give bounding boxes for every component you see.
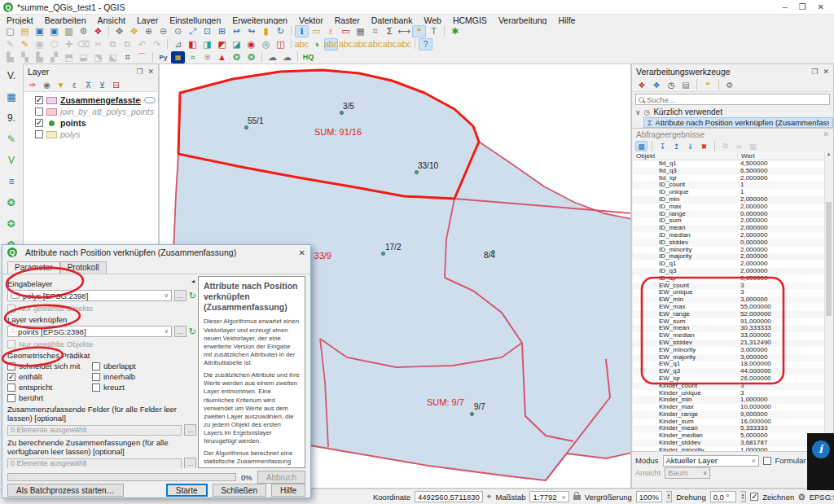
dialog-close-icon[interactable]: ✕ bbox=[299, 248, 305, 257]
column-header-wert[interactable]: Wert bbox=[737, 151, 824, 160]
proc-python-icon[interactable]: ❖ bbox=[650, 79, 663, 90]
new-shapefile-icon[interactable]: ✎ bbox=[3, 132, 20, 146]
vector-overlay-icon[interactable]: ◧ bbox=[186, 38, 200, 50]
diagram-text-icon[interactable]: ▞ bbox=[47, 51, 61, 64]
style-manager-icon[interactable]: ❖ bbox=[91, 25, 105, 37]
layer-visibility-checkbox[interactable] bbox=[35, 107, 43, 116]
load-result-icon[interactable]: ⇓ bbox=[684, 141, 696, 151]
remove-result-icon[interactable]: ✖ bbox=[698, 141, 710, 151]
close-button[interactable]: ✕ bbox=[818, 2, 824, 11]
predicate-option[interactable]: entspricht bbox=[7, 383, 89, 392]
manage-map-themes-icon[interactable]: ◉ bbox=[41, 79, 53, 90]
tab-protokoll[interactable]: Protokoll bbox=[60, 261, 107, 274]
close-panel-icon[interactable]: ✕ bbox=[147, 68, 154, 76]
table-row[interactable]: ID_stddev 0,000000 bbox=[633, 239, 824, 247]
result-grid-icon[interactable]: ▦ bbox=[635, 141, 647, 151]
vector-clip-icon[interactable]: ◩ bbox=[215, 38, 229, 50]
predicate-option[interactable]: schneidet sich mit bbox=[7, 362, 89, 370]
table-row[interactable]: EW_range 52,000000 bbox=[633, 311, 824, 318]
scale-select[interactable]: 1:7792 ∨ bbox=[529, 491, 568, 502]
proc-comment-icon[interactable]: ❝ bbox=[701, 79, 714, 90]
lock-scale-icon[interactable] bbox=[573, 495, 581, 500]
menu-item[interactable]: HCMGIS bbox=[453, 15, 487, 25]
browse-join-button[interactable]: … bbox=[174, 326, 187, 337]
copy-result-icon[interactable]: ⧉ bbox=[719, 141, 731, 151]
menu-item[interactable]: Erweiterungen bbox=[232, 15, 288, 25]
menu-item[interactable]: Projekt bbox=[7, 15, 33, 25]
predicate-option[interactable]: enthält bbox=[7, 372, 89, 381]
table-row[interactable]: Kinder_median 5,000000 bbox=[633, 432, 824, 440]
predicate-checkbox[interactable] bbox=[92, 373, 100, 381]
label-color-icon[interactable]: ◑ bbox=[309, 38, 323, 50]
rotation-input[interactable]: 0,0 ° bbox=[710, 491, 736, 502]
table-row[interactable]: EW_iqr 26,000000 bbox=[633, 375, 824, 383]
close-results-icon[interactable]: ✕ bbox=[823, 130, 829, 138]
zoom-next-icon[interactable]: ↬ bbox=[244, 25, 258, 37]
label-change-icon[interactable]: abc bbox=[397, 38, 411, 50]
label-show-hide-icon[interactable]: abc bbox=[353, 38, 367, 50]
vector-union-icon[interactable]: ◨ bbox=[200, 38, 214, 50]
zoom-last-icon[interactable]: ↫ bbox=[230, 25, 244, 37]
label-layer-icon[interactable]: abc bbox=[295, 38, 309, 50]
select-features-icon[interactable]: ▭ bbox=[309, 25, 323, 37]
table-row[interactable]: ID_q1 2,000000 bbox=[633, 261, 824, 268]
measure-icon[interactable]: ⟷ bbox=[397, 25, 411, 37]
table-row[interactable]: Kinder_min 1,000000 bbox=[633, 397, 824, 404]
select-by-expression-icon[interactable]: ε bbox=[324, 25, 338, 37]
cut-features-icon[interactable]: ✂ bbox=[91, 38, 105, 50]
field-calculator-icon[interactable]: ⌗ bbox=[368, 25, 382, 37]
table-row[interactable]: ID_max 2,000000 bbox=[633, 204, 824, 211]
new-virtual-layer-icon[interactable]: V bbox=[3, 153, 20, 167]
table-row[interactable]: Kinder_mean 5,333333 bbox=[633, 425, 824, 432]
float-panel-icon[interactable]: ❐ bbox=[811, 68, 818, 76]
zoom-in-icon[interactable]: ⊕ bbox=[142, 25, 156, 37]
rotation-spinner[interactable]: ▲▼ bbox=[740, 491, 746, 502]
wms-layer-icon[interactable]: ❂ bbox=[3, 195, 20, 209]
browse-summaries-button[interactable]: … bbox=[184, 458, 196, 468]
new-print-layout-icon[interactable]: ▥ bbox=[62, 25, 76, 37]
data-source-manager-icon[interactable]: V. bbox=[3, 68, 20, 82]
predicate-checkbox[interactable] bbox=[7, 362, 15, 370]
menu-item[interactable]: Hilfe bbox=[558, 15, 575, 25]
label-pin-icon[interactable]: abc bbox=[339, 38, 353, 50]
vector-buffer-icon[interactable]: ◉ bbox=[244, 38, 258, 50]
proc-options-icon[interactable]: ⚙ bbox=[723, 79, 736, 90]
formular-checkbox[interactable] bbox=[763, 457, 771, 465]
results-table-header[interactable]: Objekt Wert bbox=[633, 151, 824, 160]
table-row[interactable]: ID_unique 1 bbox=[633, 189, 824, 196]
vector-merge-icon[interactable]: ◫ bbox=[274, 38, 288, 50]
collapse-help-icon[interactable]: ◂ bbox=[191, 278, 195, 285]
new-bookmark-icon[interactable]: ▮ bbox=[259, 25, 273, 37]
layer-item[interactable]: points bbox=[35, 117, 158, 129]
zoom-to-layer-icon[interactable]: ⊞ bbox=[215, 25, 229, 37]
table-row[interactable]: ID_q3 2,000000 bbox=[633, 268, 824, 275]
cloud-upload-icon[interactable]: ☁ bbox=[266, 51, 279, 64]
tab-parameter[interactable]: Parameter bbox=[7, 261, 60, 274]
epsg-status[interactable]: EPSG:5674 bbox=[810, 493, 834, 502]
reload-layer-icon[interactable]: ↻ bbox=[189, 291, 196, 301]
render-checkbox[interactable] bbox=[750, 493, 758, 501]
menu-item[interactable]: Ansicht bbox=[97, 15, 125, 25]
eu-plugin-icon[interactable]: ▦ bbox=[171, 51, 185, 64]
algorithm-item[interactable]: Σ Attribute nach Position verknüpfen (Zu… bbox=[643, 117, 833, 128]
menu-item[interactable]: Bearbeiten bbox=[45, 15, 86, 25]
scroll-up-icon[interactable]: ▲ bbox=[827, 151, 832, 156]
table-row[interactable]: fid_q3 6,500000 bbox=[633, 168, 824, 175]
menu-item[interactable]: Verarbeitung bbox=[498, 15, 547, 25]
table-row[interactable]: EW_mean 30,333333 bbox=[633, 325, 824, 332]
fields-input[interactable]: 0 Elemente ausgewählt bbox=[7, 425, 182, 436]
table-row[interactable]: Kinder_range 9,000000 bbox=[633, 411, 824, 419]
zoom-to-selection-icon[interactable]: ⊡ bbox=[200, 25, 214, 37]
table-row[interactable]: ID_mean 2,000000 bbox=[633, 225, 824, 232]
cloud-download-icon[interactable]: ☁ bbox=[280, 51, 294, 64]
filter-by-expression-icon[interactable]: ε bbox=[68, 79, 81, 90]
label-highlight-icon[interactable]: abc bbox=[324, 38, 338, 50]
table-row[interactable]: ID_majority 2,000000 bbox=[633, 253, 824, 261]
new-raster-layer-icon[interactable]: ▦ bbox=[3, 90, 20, 103]
undo-icon[interactable]: ↶ bbox=[135, 38, 149, 50]
menu-item[interactable]: Einstellungen bbox=[169, 15, 221, 25]
selected-only-checkbox[interactable] bbox=[7, 340, 15, 348]
vector-diff-icon[interactable]: ◪ bbox=[230, 38, 244, 50]
predicate-checkbox[interactable] bbox=[7, 394, 15, 402]
table-row[interactable]: EW_max 55,000000 bbox=[633, 304, 824, 311]
